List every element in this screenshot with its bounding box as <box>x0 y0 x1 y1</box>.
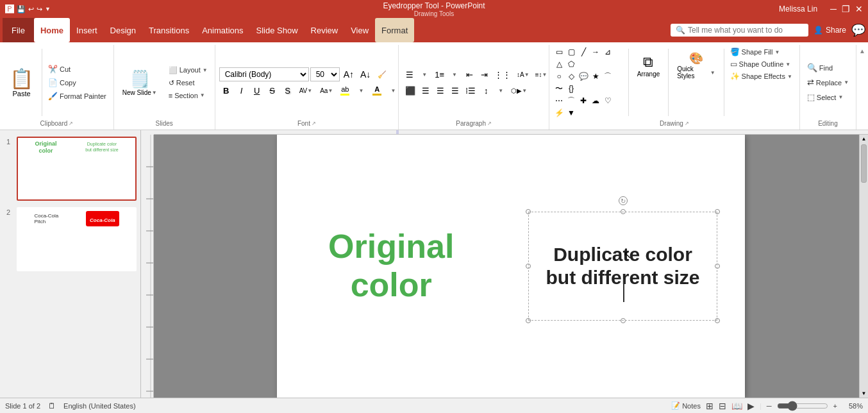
clipboard-expand[interactable]: ↗ <box>69 121 73 126</box>
slide-canvas[interactable]: Original color ↻ <box>277 135 745 398</box>
minimize-btn[interactable]: ─ <box>830 4 837 14</box>
char-spacing-button[interactable]: AV ▼ <box>296 83 316 97</box>
font-shrink-button[interactable]: A↓ <box>358 68 373 81</box>
increase-indent-button[interactable]: ⇥ <box>477 67 491 81</box>
shape-round-rect[interactable]: ▢ <box>565 46 577 58</box>
shape-callout[interactable]: 💬 <box>578 71 589 82</box>
zoom-in-button[interactable]: + <box>833 402 837 410</box>
font-color-button[interactable]: A <box>369 83 385 97</box>
shape-diamond[interactable]: ◇ <box>565 71 577 82</box>
shape-pentagon[interactable]: ⬠ <box>565 58 577 70</box>
qat-undo[interactable]: ↩ <box>28 5 34 13</box>
restore-btn[interactable]: ❐ <box>842 4 850 14</box>
paste-button[interactable]: 📋 Paste <box>4 64 39 101</box>
bullets-dropdown[interactable]: ▼ <box>417 67 431 81</box>
cut-button[interactable]: ✂️ Cut <box>45 63 110 76</box>
qat-save[interactable]: 💾 <box>17 5 26 13</box>
replace-button[interactable]: ⇄ Replace ▼ <box>804 76 852 89</box>
shape-star[interactable]: ★ <box>590 71 601 82</box>
menu-design[interactable]: Design <box>104 18 142 42</box>
menu-view[interactable]: View <box>344 18 375 42</box>
find-button[interactable]: 🔍 Find <box>804 61 852 74</box>
reset-button[interactable]: ↺ Reset <box>165 77 211 89</box>
shape-cloud[interactable]: ☁ <box>590 95 601 106</box>
decrease-indent-button[interactable]: ⇤ <box>462 67 476 81</box>
scroll-thumb[interactable] <box>861 144 867 183</box>
shape-brace[interactable]: ⌒ <box>565 95 577 106</box>
zoom-out-button[interactable]: ─ <box>767 402 772 410</box>
numbering-button[interactable]: 1≡ <box>432 67 447 81</box>
strikethrough-button[interactable]: S <box>265 83 280 97</box>
select-button[interactable]: ⬚ Select ▼ <box>804 90 852 104</box>
align-center-button[interactable]: ☰ <box>419 83 433 97</box>
qat-more[interactable]: ▼ <box>45 6 51 12</box>
underline-button[interactable]: U <box>250 83 264 97</box>
shape-rect[interactable]: ▭ <box>553 46 565 58</box>
bold-button[interactable]: B <box>219 83 233 97</box>
notes-button[interactable]: 📝 Notes <box>671 401 701 410</box>
highlight-button[interactable]: ab <box>337 83 353 97</box>
scroll-down-button[interactable]: ▼ <box>860 389 868 398</box>
menu-animations[interactable]: Animations <box>196 18 249 42</box>
menu-review[interactable]: Review <box>305 18 345 42</box>
ribbon-collapse[interactable]: ▲ <box>856 45 868 130</box>
zoom-slider[interactable] <box>777 401 828 411</box>
numbering-dropdown[interactable]: ▼ <box>447 67 462 81</box>
shape-triangle[interactable]: △ <box>553 58 565 70</box>
slide-thumb-2[interactable]: Coca-Cola Pitch Coca-Cola <box>17 207 137 271</box>
shape-more2[interactable]: ⋯ <box>553 95 565 106</box>
col-button[interactable]: ⁞☰ <box>463 83 478 97</box>
layout-button[interactable]: ⬜ Layout ▼ <box>165 64 211 76</box>
slide-sorter-button[interactable]: ⊟ <box>719 401 726 411</box>
qat-redo[interactable]: ↪ <box>37 5 42 13</box>
close-btn[interactable]: ✕ <box>855 4 863 14</box>
font-expand[interactable]: ↗ <box>312 121 316 126</box>
quick-styles-button[interactable]: 🎨 Quick Styles ▼ <box>671 46 721 85</box>
justify-button[interactable]: ☰ <box>448 83 462 97</box>
line-spacing-button[interactable]: ↕ <box>479 83 493 97</box>
shape-outline-button[interactable]: ▭ Shape Outline ▼ <box>727 58 796 70</box>
rotate-handle[interactable]: ↻ <box>619 196 628 205</box>
new-slide-button[interactable]: 🗒️ New Slide ▼ <box>118 66 162 99</box>
shape-effects-button[interactable]: ✨ Shape Effects ▼ <box>727 71 796 82</box>
comment-button[interactable]: 💬 <box>851 23 865 37</box>
zoom-level[interactable]: 58% <box>842 402 863 410</box>
menu-file[interactable]: File <box>3 18 34 42</box>
shape-lightning[interactable]: ⚡ <box>553 107 565 119</box>
search-input[interactable] <box>688 26 803 35</box>
font-color-dd-arrow[interactable]: ▼ <box>386 83 400 97</box>
clear-format-button[interactable]: 🧹 <box>374 67 390 81</box>
line-spacing-dropdown[interactable]: ▼ <box>494 83 508 97</box>
menu-format[interactable]: Format <box>375 18 414 42</box>
drawing-expand[interactable]: ↗ <box>685 121 689 126</box>
shape-more[interactable]: ⊿ <box>602 46 613 58</box>
copy-button[interactable]: 📄 Copy <box>45 76 110 89</box>
menu-transitions[interactable]: Transitions <box>142 18 196 42</box>
arrange-button[interactable]: ⧉ Arrange <box>631 46 666 85</box>
paragraph-expand[interactable]: ↗ <box>487 121 492 126</box>
search-box[interactable]: 🔍 <box>671 24 808 37</box>
shape-bracket[interactable]: {} <box>565 83 577 94</box>
presenter-view-button[interactable]: ▶ <box>747 401 755 411</box>
align-right-button[interactable]: ☰ <box>433 83 447 97</box>
font-size-select[interactable]: 50 <box>310 67 340 81</box>
shape-dd-arrow[interactable]: ▼ <box>565 107 577 119</box>
reading-view-button[interactable]: 📖 <box>731 401 742 411</box>
shape-line[interactable]: ╱ <box>578 46 589 58</box>
menu-home[interactable]: Home <box>34 18 70 42</box>
shape-freeform[interactable]: 〜 <box>553 83 565 94</box>
ribbon-collapse-icon[interactable]: ▲ <box>859 47 865 55</box>
original-color-text[interactable]: Original color <box>328 228 454 305</box>
font-name-select[interactable]: Calibri (Body) <box>219 67 309 81</box>
menu-insert[interactable]: Insert <box>70 18 104 42</box>
share-button[interactable]: 👤 Share <box>814 26 846 35</box>
italic-button[interactable]: I <box>235 83 249 97</box>
section-button[interactable]: ≡ Section ▼ <box>165 90 211 101</box>
format-painter-button[interactable]: 🖌️ Format Painter <box>45 90 110 103</box>
shape-curved[interactable]: ⌒ <box>602 71 613 82</box>
text-direction-button[interactable]: ↕A ▼ <box>514 67 532 81</box>
font-grow-button[interactable]: A↑ <box>341 68 356 81</box>
case-button[interactable]: Aa ▼ <box>317 83 336 97</box>
smartart-cols-button[interactable]: ⋮⋮ <box>492 67 513 81</box>
slide-thumb-1[interactable]: Original color Duplicate color but diffe… <box>17 137 137 201</box>
